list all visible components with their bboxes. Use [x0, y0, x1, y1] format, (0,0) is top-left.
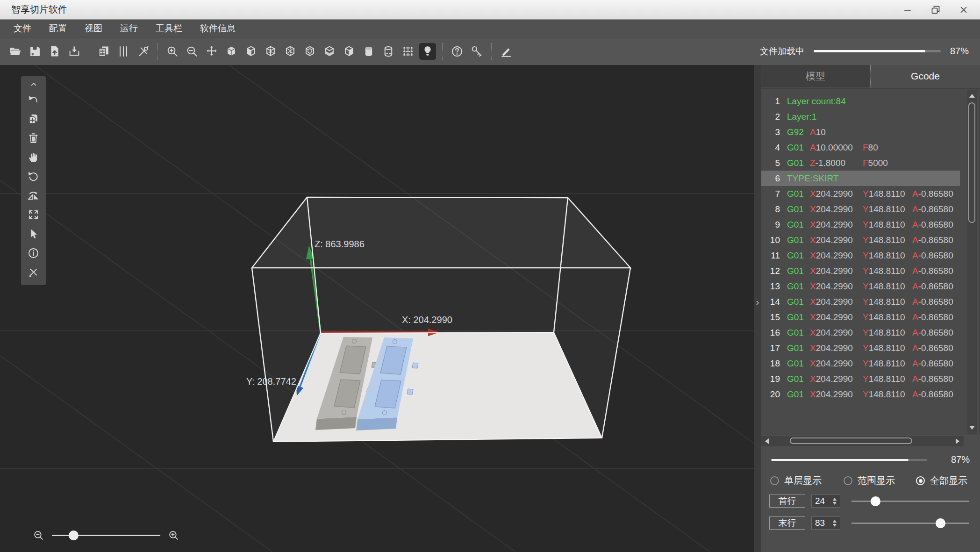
gcode-line[interactable]: 17G01X204.2990Y148.8110A-0.86580: [761, 340, 960, 356]
last-line-spinner[interactable]: 83: [811, 516, 840, 530]
measure-tools-button[interactable]: [24, 264, 43, 280]
radio-circle-icon[interactable]: [844, 476, 852, 485]
radio-range-display[interactable]: 范围显示: [844, 474, 895, 487]
gcode-line[interactable]: 13G01X204.2990Y148.8110A-0.86580: [761, 279, 960, 294]
open-file-button[interactable]: [7, 43, 24, 60]
close-button[interactable]: [959, 5, 969, 15]
gcode-progress-bar[interactable]: [771, 459, 927, 461]
parameter-sliders-button[interactable]: [115, 43, 132, 60]
export-file-button[interactable]: [66, 43, 83, 60]
hscroll-thumb[interactable]: [790, 437, 912, 444]
view-cube-hidden-button[interactable]: [282, 43, 299, 60]
calibrate-pen-icon: [500, 45, 513, 58]
scroll-right-button[interactable]: [952, 436, 963, 446]
scroll-up-button[interactable]: [967, 91, 977, 101]
menu-file[interactable]: 文件: [5, 22, 40, 35]
radio-all-display[interactable]: 全部显示: [916, 474, 967, 487]
zoom-out-magnifier-icon[interactable]: [33, 530, 44, 541]
first-line-button[interactable]: 首行: [769, 495, 805, 508]
gcode-line[interactable]: 19G01X204.2990Y148.8110A-0.86580: [761, 371, 960, 387]
scroll-down-button[interactable]: [967, 423, 977, 433]
gcode-line[interactable]: 20G01X204.2990Y148.8110A-0.86580: [761, 387, 960, 402]
menu-run[interactable]: 运行: [111, 22, 147, 35]
select-cursor-button[interactable]: [24, 226, 43, 242]
menu-about[interactable]: 软件信息: [191, 22, 244, 35]
minimize-button[interactable]: [902, 5, 913, 15]
radio-circle-icon[interactable]: [916, 476, 925, 485]
light-toggle-button[interactable]: [419, 43, 436, 60]
last-line-button[interactable]: 末行: [769, 516, 805, 530]
first-line-slider[interactable]: [851, 495, 972, 508]
undo-button[interactable]: [24, 92, 43, 108]
last-line-slider[interactable]: [851, 516, 972, 530]
menu-config[interactable]: 配置: [40, 22, 76, 35]
license-key-button[interactable]: [468, 43, 485, 60]
vscroll-thumb[interactable]: [968, 102, 975, 223]
tools-wrench-button[interactable]: [135, 43, 151, 60]
gcode-line[interactable]: 3G92A10: [761, 124, 960, 140]
import-file-button[interactable]: [46, 43, 63, 60]
view-cube-face-button[interactable]: [243, 43, 259, 60]
tab-gcode[interactable]: Gcode: [871, 65, 980, 87]
gcode-line[interactable]: 10G01X204.2990Y148.8110A-0.86580: [761, 232, 960, 248]
gcode-line[interactable]: 8G01X204.2990Y148.8110A-0.86580: [761, 201, 960, 217]
radio-circle-icon[interactable]: [770, 476, 779, 485]
menu-toolbar[interactable]: 工具栏: [147, 22, 191, 35]
fit-view-button[interactable]: [24, 207, 43, 223]
gcode-line[interactable]: 7G01X204.2990Y148.8110A-0.86580: [761, 186, 960, 201]
last-line-slider-thumb[interactable]: [936, 518, 945, 528]
gcode-line[interactable]: 15G01X204.2990Y148.8110A-0.86580: [761, 309, 960, 325]
gcode-hscrollbar[interactable]: [761, 436, 964, 446]
rotate-button[interactable]: [24, 168, 43, 185]
pan-hand-button[interactable]: [24, 149, 43, 165]
collapse-toolbar-button[interactable]: [24, 79, 43, 89]
viewport-zoom-thumb[interactable]: [69, 530, 79, 540]
gcode-line[interactable]: 5G01Z-1.8000F5000: [761, 155, 960, 171]
spinner-arrows-icon[interactable]: [833, 520, 837, 527]
viewport-zoom-slider[interactable]: [52, 535, 160, 536]
gcode-line[interactable]: 12G01X204.2990Y148.8110A-0.86580: [761, 263, 960, 279]
gcode-line[interactable]: 2Layer:1: [761, 109, 960, 124]
model-info-button[interactable]: [24, 245, 43, 261]
first-line-spinner[interactable]: 24: [811, 495, 840, 508]
restore-button[interactable]: [930, 5, 941, 15]
move-button[interactable]: [203, 43, 220, 60]
gcode-list[interactable]: 1Layer count:842Layer:13G92A104G01A10.00…: [761, 88, 980, 435]
gcode-line[interactable]: 1Layer count:84: [761, 93, 960, 109]
save-file-button[interactable]: [27, 43, 43, 60]
first-line-slider-thumb[interactable]: [871, 496, 880, 506]
mirror-scale-button[interactable]: [24, 187, 43, 204]
duplicate-button[interactable]: [24, 111, 43, 127]
view-cube-wireframe-button[interactable]: [262, 43, 279, 60]
view-cube-xray-button[interactable]: [301, 43, 318, 60]
view-cube-open-button[interactable]: [321, 43, 338, 60]
view-cylinder-wireframe-button[interactable]: [380, 43, 397, 60]
view-cube-half-button[interactable]: [341, 43, 358, 60]
zoom-in-magnifier-icon[interactable]: [168, 530, 179, 541]
gcode-line[interactable]: 9G01X204.2990Y148.8110A-0.86580: [761, 217, 960, 232]
radio-single-layer[interactable]: 单层显示: [770, 474, 822, 487]
view-lattice-points-button[interactable]: [400, 43, 416, 60]
delete-button[interactable]: [24, 130, 43, 146]
gcode-vscrollbar[interactable]: [967, 90, 977, 434]
panel-collapse-strip[interactable]: ›: [754, 65, 761, 552]
viewport-3d[interactable]: Z: 863.9986 X: 204.2990 Y: 208.7742: [0, 65, 754, 552]
panel-collapse-chevron-icon[interactable]: ›: [754, 296, 761, 308]
spinner-arrows-icon[interactable]: [833, 498, 837, 505]
view-cube-solid-button[interactable]: [223, 43, 240, 60]
scroll-left-button[interactable]: [762, 436, 772, 446]
tab-model[interactable]: 模型: [761, 65, 870, 87]
gcode-line[interactable]: 4G01A10.00000F80: [761, 140, 960, 155]
copy-settings-button[interactable]: [95, 43, 112, 60]
zoom-in-button[interactable]: [164, 43, 181, 60]
menu-view[interactable]: 视图: [76, 22, 111, 35]
gcode-line[interactable]: 18G01X204.2990Y148.8110A-0.86580: [761, 356, 960, 371]
zoom-out-button[interactable]: [184, 43, 200, 60]
gcode-line[interactable]: 6TYPE:SKIRT: [761, 171, 960, 186]
help-button[interactable]: [449, 43, 465, 60]
view-cylinder-solid-button[interactable]: [360, 43, 377, 60]
gcode-line[interactable]: 16G01X204.2990Y148.8110A-0.86580: [761, 325, 960, 340]
calibrate-pen-button[interactable]: [498, 43, 515, 60]
gcode-line[interactable]: 11G01X204.2990Y148.8110A-0.86580: [761, 248, 960, 263]
gcode-line[interactable]: 14G01X204.2990Y148.8110A-0.86580: [761, 294, 960, 309]
